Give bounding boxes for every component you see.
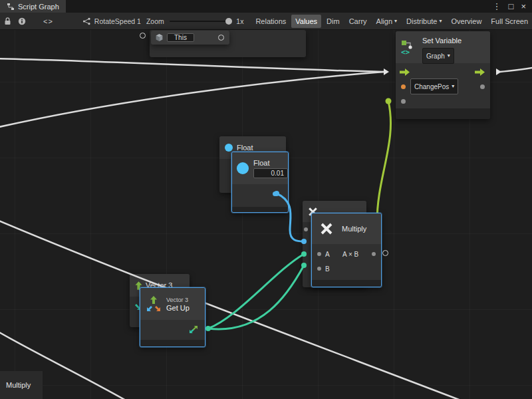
unity-script-graph-window: Script Graph ⋮ □ × <> RotateSpeed 1 Zoom… <box>0 0 532 399</box>
float-title: Float <box>253 159 288 167</box>
this-input-port[interactable] <box>140 33 146 39</box>
info-icon[interactable] <box>18 17 26 25</box>
value-input-port[interactable] <box>401 99 406 104</box>
this-output-port[interactable] <box>218 35 224 41</box>
variable-name-dropdown[interactable]: ChangePos ▾ <box>410 78 458 94</box>
wire-teal-a <box>208 254 304 329</box>
button-carry[interactable]: Carry <box>345 15 371 28</box>
flow-in-triangle[interactable] <box>384 68 389 75</box>
graph-instance-label: RotateSpeed 1 <box>94 17 141 25</box>
button-dim[interactable]: Dim <box>323 15 344 28</box>
get-up-output-knob[interactable] <box>205 326 211 331</box>
nodes-icon <box>82 17 91 25</box>
result-label: A × B <box>342 251 358 258</box>
tab-bar: Script Graph ⋮ □ × <box>0 0 532 13</box>
multiply-title: Multiply <box>342 225 366 233</box>
button-align-label: Align <box>376 15 392 28</box>
caret-down-icon: ▾ <box>440 15 442 28</box>
input-b-port[interactable] <box>317 267 321 271</box>
value-output-port[interactable] <box>480 84 485 89</box>
float-value-field[interactable]: 0.01 <box>253 168 288 178</box>
code-view-icon[interactable]: <> <box>43 17 53 25</box>
port-knob-lime[interactable] <box>386 98 392 104</box>
multiply-output-knob[interactable] <box>382 250 388 256</box>
script-graph-icon <box>7 3 15 11</box>
input-b-row: B <box>312 261 381 276</box>
get-up-title: Get Up <box>166 304 190 312</box>
zoom-slider[interactable] <box>170 17 231 25</box>
caret-down-icon: ▾ <box>448 49 450 63</box>
maximize-icon[interactable]: □ <box>509 1 514 11</box>
wire-white-lower <box>0 72 384 128</box>
button-distribute[interactable]: Distribute▾ <box>402 15 446 28</box>
set-variable-title: Set Variable <box>422 37 462 45</box>
cube-icon <box>155 33 164 42</box>
value-input-row <box>396 94 490 108</box>
this-node-label: This <box>167 33 194 42</box>
get-up-category: Vector 3 <box>166 297 190 303</box>
flow-out-triangle[interactable] <box>496 68 501 75</box>
result-output-port[interactable] <box>372 252 376 256</box>
float-node[interactable]: Float 0.01 <box>231 152 289 213</box>
get-up-node[interactable]: Vector 3 Get Up <box>140 287 205 347</box>
button-values[interactable]: Values <box>291 15 321 28</box>
input-a-label: A <box>325 251 330 258</box>
button-overview[interactable]: Overview <box>448 15 486 28</box>
zoom-slider-handle[interactable] <box>225 18 232 25</box>
name-input-port[interactable] <box>401 84 406 89</box>
this-node[interactable]: This <box>151 31 229 45</box>
float-output-port[interactable] <box>273 192 277 196</box>
tab-script-graph[interactable]: Script Graph <box>0 0 66 13</box>
input-a-port[interactable] <box>317 252 321 256</box>
set-variable-node[interactable]: <> Set Variable Graph ▾ ChangePos ▾ <box>396 31 490 119</box>
close-icon[interactable]: × <box>521 1 526 11</box>
variable-scope-dropdown[interactable]: Graph ▾ <box>422 48 454 64</box>
variable-scope-label: Graph <box>426 53 445 60</box>
kebab-menu-icon[interactable]: ⋮ <box>493 1 501 11</box>
flow-row <box>396 65 490 79</box>
vector3-axes-icon <box>145 295 162 313</box>
variable-name-label: ChangePos <box>414 83 449 90</box>
graph-toolbar: <> RotateSpeed 1 Zoom 1x Relations Value… <box>0 13 532 30</box>
input-b-label: B <box>325 265 330 273</box>
multiply-icon <box>320 222 333 235</box>
svg-text:<>: <> <box>401 48 410 55</box>
vector-output-icon <box>189 325 198 334</box>
flow-in-arrow-icon[interactable] <box>400 68 410 76</box>
caret-down-icon: ▾ <box>394 15 397 28</box>
button-relations[interactable]: Relations <box>251 15 290 28</box>
wire-teal-b <box>208 265 304 329</box>
node-footer <box>312 280 381 287</box>
variable-name-row: ChangePos ▾ <box>396 79 490 94</box>
zoom-value: 1x <box>236 17 243 25</box>
node-footer <box>232 207 288 212</box>
wire-white-diagonal <box>0 219 469 399</box>
flow-out-arrow-icon[interactable] <box>475 68 485 76</box>
caret-down-icon: ▾ <box>452 80 454 93</box>
float-shadow-title: Float <box>237 144 253 152</box>
graph-instance[interactable]: RotateSpeed 1 <box>82 17 141 25</box>
lock-icon[interactable] <box>4 17 11 25</box>
node-footer <box>140 340 205 346</box>
float-icon <box>237 162 249 174</box>
zoom-label: Zoom <box>146 17 164 25</box>
graph-canvas[interactable]: Float Vector 3 This <box>0 30 532 399</box>
button-distribute-label: Distribute <box>406 15 437 28</box>
node-footer <box>396 108 490 119</box>
wire-lime-result <box>377 101 391 224</box>
multiply-node[interactable]: Multiply A A × B B <box>311 213 382 287</box>
graph-breadcrumb-label: Multiply <box>6 381 31 389</box>
button-align[interactable]: Align▾ <box>372 15 401 28</box>
zoom-slider-track[interactable] <box>170 21 231 22</box>
button-full-screen[interactable]: Full Screen <box>487 15 532 28</box>
set-variable-icon: <> <box>401 39 416 55</box>
graph-breadcrumb: Multiply <box>0 371 43 399</box>
tab-title: Script Graph <box>18 3 59 11</box>
input-a-row: A A × B <box>312 247 381 261</box>
float-icon <box>225 144 233 152</box>
wire-white-right <box>500 67 532 72</box>
wire-white-upper <box>0 59 384 72</box>
